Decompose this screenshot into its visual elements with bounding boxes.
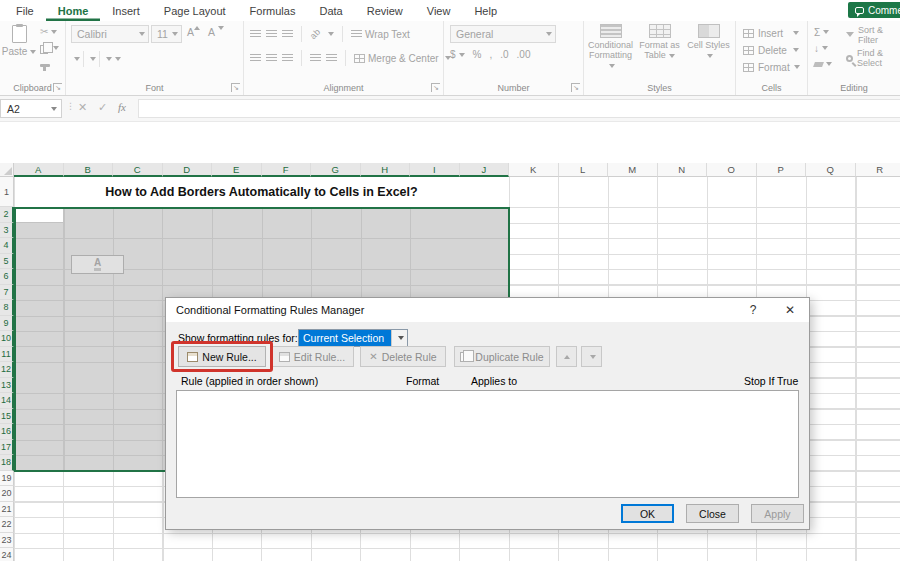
row-header-3[interactable]: 3	[0, 223, 14, 239]
delete-rule-button[interactable]: ✕ Delete Rule	[360, 346, 446, 367]
align-right-icon[interactable]	[282, 54, 293, 63]
column-header-H[interactable]: H	[361, 163, 411, 177]
move-rule-down-button[interactable]	[581, 346, 602, 367]
row-header-18[interactable]: 18	[0, 455, 14, 471]
row-header-4[interactable]: 4	[0, 238, 14, 254]
row-header-22[interactable]: 22	[0, 517, 14, 533]
copy-button[interactable]	[40, 42, 59, 54]
conditional-formatting-button[interactable]: Conditional Formatting	[586, 24, 635, 70]
row-header-14[interactable]: 14	[0, 393, 14, 409]
column-header-E[interactable]: E	[212, 163, 262, 177]
decrease-decimal-button[interactable]: .00	[517, 49, 531, 60]
row-header-8[interactable]: 8	[0, 300, 14, 316]
menu-tab-file[interactable]: File	[4, 0, 46, 21]
cancel-entry-button[interactable]: ✕	[78, 101, 87, 114]
row-header-2[interactable]: 2	[0, 207, 14, 223]
sort-filter-button[interactable]: Sort & Filter	[846, 25, 900, 45]
column-header-P[interactable]: P	[757, 163, 807, 177]
column-header-Q[interactable]: Q	[806, 163, 856, 177]
formula-bar-handle[interactable]: ⋮	[66, 101, 74, 111]
format-painter-button[interactable]	[40, 58, 59, 70]
row-header-6[interactable]: 6	[0, 269, 14, 285]
increase-indent-icon[interactable]	[326, 54, 337, 63]
align-center-icon[interactable]	[266, 54, 277, 63]
increase-decimal-button[interactable]: .0	[500, 49, 508, 60]
align-top-icon[interactable]	[250, 30, 261, 39]
row-header-9[interactable]: 9	[0, 316, 14, 332]
menu-tab-formulas[interactable]: Formulas	[238, 0, 308, 21]
column-header-A[interactable]: A	[14, 163, 64, 177]
column-header-O[interactable]: O	[707, 163, 757, 177]
align-bottom-icon[interactable]	[282, 30, 293, 39]
clipboard-dialog-launcher-icon[interactable]: ↘	[53, 83, 62, 92]
number-dialog-launcher-icon[interactable]: ↘	[571, 83, 580, 92]
title-cell[interactable]: How to Add Borders Automatically to Cell…	[15, 177, 508, 207]
orientation-button[interactable]: ab	[308, 27, 322, 41]
move-rule-up-button[interactable]	[556, 346, 577, 367]
cut-button[interactable]: ✂	[40, 26, 59, 38]
comma-style-button[interactable]: ,	[489, 49, 492, 60]
apply-button[interactable]: Apply	[751, 504, 804, 523]
column-header-G[interactable]: G	[311, 163, 361, 177]
row-header-23[interactable]: 23	[0, 533, 14, 549]
formula-input[interactable]	[138, 99, 900, 118]
column-header-C[interactable]: C	[113, 163, 163, 177]
font-dialog-launcher-icon[interactable]: ↘	[231, 83, 240, 92]
find-select-button[interactable]: Find & Select	[846, 48, 900, 68]
menu-tab-home[interactable]: Home	[46, 0, 101, 21]
row-header-13[interactable]: 13	[0, 378, 14, 394]
column-header-M[interactable]: M	[608, 163, 658, 177]
menu-tab-insert[interactable]: Insert	[100, 0, 152, 21]
clear-button[interactable]	[814, 58, 832, 70]
accounting-format-button[interactable]: $	[450, 49, 465, 60]
duplicate-rule-button[interactable]: Duplicate Rule	[454, 346, 550, 367]
row-header-7[interactable]: 7	[0, 285, 14, 301]
insert-button[interactable]: Insert	[743, 27, 799, 39]
row-header-21[interactable]: 21	[0, 502, 14, 518]
row-header-15[interactable]: 15	[0, 409, 14, 425]
row-header-10[interactable]: 10	[0, 331, 14, 347]
ok-button[interactable]: OK	[621, 504, 674, 523]
fill-button[interactable]: ↓	[814, 42, 832, 54]
paste-button[interactable]: Paste	[4, 25, 34, 57]
edit-rule-button[interactable]: Edit Rule...	[270, 346, 354, 367]
grow-font-button[interactable]: A	[184, 26, 203, 42]
column-header-I[interactable]: I	[410, 163, 460, 177]
menu-tab-data[interactable]: Data	[307, 0, 354, 21]
row-header-17[interactable]: 17	[0, 440, 14, 456]
format-as-table-button[interactable]: Format as Table	[635, 24, 684, 70]
wrap-text-button[interactable]: Wrap Text	[351, 29, 410, 40]
row-header-19[interactable]: 19	[0, 471, 14, 487]
column-header-L[interactable]: L	[559, 163, 609, 177]
menu-tab-view[interactable]: View	[415, 0, 463, 21]
format-button[interactable]: Format	[743, 61, 799, 73]
comments-button[interactable]: Comments	[848, 2, 900, 18]
font-size-select[interactable]: 11	[151, 25, 182, 43]
delete-button[interactable]: Delete	[743, 44, 799, 56]
align-middle-icon[interactable]	[266, 30, 277, 39]
insert-function-button[interactable]: fx	[118, 101, 126, 113]
number-format-select[interactable]: General	[450, 25, 556, 43]
row-header-11[interactable]: 11	[0, 347, 14, 363]
dialog-help-button[interactable]: ?	[737, 298, 769, 322]
font-name-select[interactable]: Calibri	[71, 25, 149, 43]
decrease-indent-icon[interactable]	[310, 54, 321, 63]
cell-styles-button[interactable]: Cell Styles	[684, 24, 733, 70]
row-header-16[interactable]: 16	[0, 424, 14, 440]
row-header-5[interactable]: 5	[0, 254, 14, 270]
shrink-font-button[interactable]: A	[205, 26, 227, 42]
column-header-N[interactable]: N	[658, 163, 708, 177]
dialog-close-button[interactable]: Close	[686, 504, 739, 523]
percent-style-button[interactable]: %	[473, 49, 482, 60]
row-header-12[interactable]: 12	[0, 362, 14, 378]
show-rules-dropdown[interactable]: Current Selection	[298, 329, 408, 347]
select-all-corner[interactable]	[0, 163, 14, 177]
autosum-button[interactable]: Σ	[814, 26, 832, 38]
rules-list[interactable]	[176, 390, 799, 498]
menu-tab-review[interactable]: Review	[355, 0, 415, 21]
active-cell[interactable]	[16, 209, 64, 223]
column-header-R[interactable]: R	[856, 163, 900, 177]
dialog-close-icon[interactable]: ✕	[771, 298, 809, 322]
merge-center-button[interactable]: Merge & Center	[354, 53, 451, 64]
name-box[interactable]: A2	[0, 99, 62, 118]
